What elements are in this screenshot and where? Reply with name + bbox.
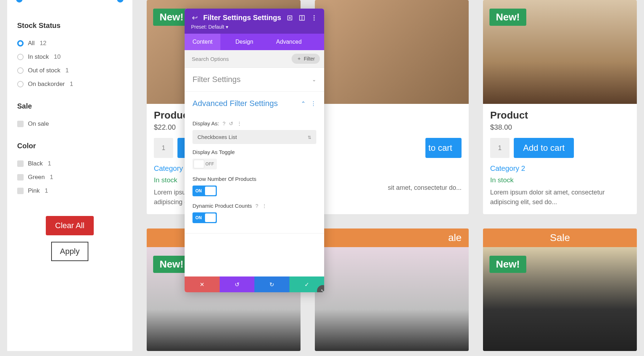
option-count: 1 [50, 174, 53, 181]
option-label: Out of stock [28, 67, 60, 74]
product-card: New! Product $38.00 Add to cart Category… [483, 0, 637, 214]
sale-option-onsale[interactable]: On sale [17, 120, 122, 128]
toggle-label: ON [195, 188, 202, 193]
cancel-button[interactable]: ✕ [185, 276, 220, 292]
stock-heading: Stock Status [17, 21, 122, 30]
display-toggle-switch[interactable]: OFF [192, 159, 217, 169]
product-description: Lorem ipsum dolor sit amet, consectetur … [490, 188, 630, 207]
category-link[interactable]: Category 2 [490, 164, 630, 173]
more-icon[interactable] [311, 14, 318, 21]
toggle-knob [205, 187, 216, 195]
preset-dropdown[interactable]: Preset: Default▾ [191, 24, 228, 30]
clear-all-button[interactable]: Clear All [46, 216, 94, 235]
section-advanced-filter[interactable]: Advanced Filter Settings ⌃ ⋮ [185, 92, 324, 115]
tab-design[interactable]: Design [228, 34, 261, 50]
new-badge: New! [489, 256, 526, 273]
tab-advanced[interactable]: Advanced [268, 34, 309, 50]
undo-button[interactable]: ↺ [220, 276, 255, 292]
option-label: All [28, 40, 35, 47]
quantity-input[interactable] [154, 138, 173, 158]
stock-option-backorder[interactable]: On backorder 1 [17, 81, 122, 88]
sale-banner: Sale [483, 228, 637, 247]
filters-sidebar: $0 $100 Stock Status All 12 In stock 10 … [7, 0, 132, 351]
redo-icon: ↻ [269, 281, 274, 288]
option-label: On sale [28, 120, 49, 128]
field-label-text: Show Number Of Products [192, 176, 256, 182]
option-label: Black [28, 160, 43, 167]
option-label: Pink [28, 187, 40, 194]
product-card: New! to cart sit amet, consectetur do... [315, 0, 469, 214]
color-heading: Color [17, 142, 122, 150]
option-label: Green [28, 174, 45, 181]
reset-icon[interactable]: ↺ [229, 121, 233, 126]
stock-option-all[interactable]: All 12 [17, 40, 122, 47]
more-icon[interactable]: ⋮ [237, 121, 242, 126]
option-count: 1 [45, 187, 48, 194]
help-icon[interactable]: ? [223, 121, 225, 126]
dynamic-counts-switch[interactable]: ON [192, 212, 217, 223]
radio-icon [17, 54, 24, 60]
apply-button[interactable]: Apply [51, 242, 88, 261]
chevron-down-icon: ▾ [226, 24, 228, 30]
color-option-black[interactable]: Black 1 [17, 160, 122, 167]
color-filter: Color Black 1 Green 1 Pink 1 [17, 142, 122, 194]
product-image [315, 247, 469, 351]
more-icon[interactable]: ⋮ [311, 100, 316, 107]
display-as-select[interactable]: Checkboxes List [192, 130, 316, 144]
field-label-text: Dynamic Product Counts [192, 203, 252, 209]
checkbox-icon [17, 121, 24, 127]
sale-filter: Sale On sale [17, 102, 122, 128]
product-image: New! [315, 0, 469, 104]
plus-icon: ＋ [297, 56, 302, 62]
panel-footer: ✕ ↺ ↻ ✓ [185, 276, 324, 292]
svg-point-4 [313, 17, 314, 18]
svg-point-5 [313, 19, 314, 20]
panel-title: Filter Settings Settings [203, 14, 281, 22]
panel-header[interactable]: Filter Settings Settings Preset: Default… [185, 9, 324, 34]
more-icon[interactable]: ⋮ [262, 203, 267, 209]
section-title: Advanced Filter Settings [192, 99, 278, 108]
field-label-text: Display As: [192, 120, 219, 126]
toggle-knob [194, 160, 204, 168]
radio-icon [17, 40, 24, 47]
product-price: $38.00 [490, 123, 630, 131]
svg-point-3 [313, 15, 314, 16]
add-to-cart-button[interactable]: Add to cart [514, 138, 574, 158]
show-number-switch[interactable]: ON [192, 186, 217, 196]
chevron-up-icon: ⌃ [301, 100, 306, 107]
sale-heading: Sale [17, 102, 122, 110]
panel-body: Filter Settings ⌄ Advanced Filter Settin… [185, 68, 324, 276]
option-count: 1 [48, 160, 51, 167]
redo-button[interactable]: ↻ [254, 276, 289, 292]
stock-option-instock[interactable]: In stock 10 [17, 53, 122, 61]
undo-icon: ↺ [235, 281, 239, 288]
quantity-input[interactable] [490, 138, 509, 158]
stock-option-outofstock[interactable]: Out of stock 1 [17, 67, 122, 74]
add-to-cart-button[interactable]: to cart [425, 138, 462, 158]
field-display-toggle: Display As Toggle OFF [185, 144, 324, 171]
product-price [322, 123, 462, 131]
stock-status-filter: Stock Status All 12 In stock 10 Out of s… [17, 21, 122, 88]
slider-handle-min[interactable] [16, 0, 23, 3]
new-badge: New! [489, 9, 526, 26]
checkbox-icon [17, 174, 24, 181]
back-icon[interactable] [191, 14, 198, 21]
slider-handle-max[interactable] [117, 0, 123, 3]
toggle-knob [205, 213, 216, 222]
color-option-green[interactable]: Green 1 [17, 174, 122, 181]
help-icon[interactable]: ? [255, 203, 258, 209]
select-caret-icon [308, 134, 311, 140]
section-title: Filter Settings [192, 75, 241, 84]
add-filter-button[interactable]: ＋ Filter [292, 54, 320, 64]
product-image: New! [483, 0, 637, 104]
field-display-as: Display As: ? ↺ ⋮ Checkboxes List [185, 115, 324, 144]
expand-icon[interactable] [286, 14, 293, 21]
search-input[interactable]: Search Options [189, 56, 292, 62]
color-option-pink[interactable]: Pink 1 [17, 187, 122, 194]
section-filter-settings[interactable]: Filter Settings ⌄ [185, 68, 324, 92]
layout-icon[interactable] [298, 14, 306, 21]
option-count: 1 [70, 81, 73, 88]
tab-content[interactable]: Content [185, 34, 220, 50]
field-label-text: Display As Toggle [192, 149, 235, 155]
stock-label: In stock [490, 176, 630, 184]
